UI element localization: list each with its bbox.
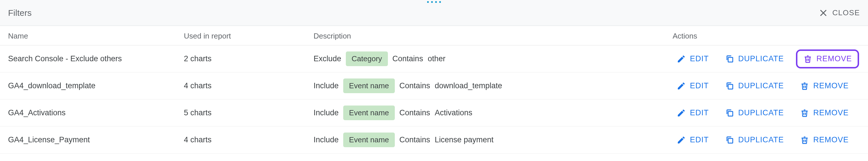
col-header-name: Name [8,32,184,41]
edit-label: EDIT [690,135,709,144]
filters-table: Name Used in report Description Actions … [0,26,868,154]
filter-used: 4 charts [184,81,314,90]
duplicate-label: DUPLICATE [738,54,784,63]
edit-label: EDIT [690,108,709,117]
filter-name: Search Console - Exclude others [8,54,184,63]
row-actions: EDIT DUPLICATE REMOVE [673,79,860,93]
filter-description: Include Event name Contains Activations [314,106,673,120]
pencil-icon [677,54,686,64]
col-header-desc: Description [314,32,673,41]
table-row: GA4_download_template 4 charts Include E… [0,73,868,99]
remove-button[interactable]: REMOVE [796,79,853,93]
dimension-chip: Category [346,51,388,66]
condition-label: Contains [399,81,430,90]
dimension-chip: Event name [343,79,395,93]
condition-label: Contains [399,108,430,117]
trash-icon [803,54,812,64]
condition-label: Contains [399,135,430,144]
remove-label: REMOVE [813,108,849,117]
trash-icon [800,135,809,145]
duplicate-button[interactable]: DUPLICATE [721,132,788,148]
row-actions: EDIT DUPLICATE REMOVE [673,49,860,69]
filter-used: 5 charts [184,108,314,117]
copy-icon [725,108,734,118]
value-label: other [428,54,445,63]
table-row: GA4_Activations 5 charts Include Event n… [0,99,868,126]
remove-label: REMOVE [813,135,849,144]
filter-description: Include Event name Contains download_tem… [314,79,673,93]
duplicate-button[interactable]: DUPLICATE [721,79,788,93]
close-label: CLOSE [832,8,860,17]
filter-description: Include Event name Contains License paym… [314,132,673,147]
edit-button[interactable]: EDIT [673,51,713,67]
close-icon [818,8,828,18]
pencil-icon [677,135,686,145]
filter-used: 4 charts [184,135,314,144]
dimension-chip: Event name [343,132,395,147]
filter-name: GA4_License_Payment [8,135,184,144]
panel-header: Filters CLOSE [0,0,868,26]
filter-description: Exclude Category Contains other [314,51,673,66]
row-actions: EDIT DUPLICATE REMOVE [673,132,860,148]
trash-icon [800,81,809,90]
close-button[interactable]: CLOSE [818,8,860,18]
value-label: download_template [435,81,502,90]
inc-exc-label: Include [314,135,339,144]
table-row: GA4_License_Payment 4 charts Include Eve… [0,126,868,154]
table-row: Search Console - Exclude others 2 charts… [0,45,868,73]
remove-label: REMOVE [816,54,852,63]
duplicate-label: DUPLICATE [738,135,784,144]
condition-label: Contains [393,54,423,63]
col-header-actions: Actions [673,32,860,41]
edit-button[interactable]: EDIT [673,132,713,148]
remove-button[interactable]: REMOVE [796,106,853,120]
duplicate-button[interactable]: DUPLICATE [721,51,788,67]
col-header-used: Used in report [184,32,314,41]
inc-exc-label: Include [314,81,339,90]
trash-icon [800,108,809,118]
dimension-chip: Event name [343,106,395,120]
copy-icon [725,54,734,64]
copy-icon [725,81,734,90]
filters-panel: Filters CLOSE Name Used in report Descri… [0,0,868,154]
duplicate-label: DUPLICATE [738,108,784,117]
remove-button[interactable]: REMOVE [796,49,859,69]
duplicate-label: DUPLICATE [738,81,784,90]
pencil-icon [677,81,686,90]
panel-title: Filters [8,8,32,18]
edit-label: EDIT [690,54,709,63]
filter-name: GA4_download_template [8,81,184,90]
inc-exc-label: Exclude [314,54,341,63]
edit-button[interactable]: EDIT [673,79,713,93]
value-label: License payment [435,135,493,144]
filter-used: 2 charts [184,54,314,63]
filter-name: GA4_Activations [8,108,184,117]
duplicate-button[interactable]: DUPLICATE [721,106,788,120]
remove-button[interactable]: REMOVE [796,132,853,148]
table-header: Name Used in report Description Actions [0,26,868,45]
drag-handle[interactable] [427,1,441,3]
pencil-icon [677,108,686,118]
edit-label: EDIT [690,81,709,90]
remove-label: REMOVE [813,81,849,90]
row-actions: EDIT DUPLICATE REMOVE [673,106,860,120]
value-label: Activations [435,108,472,117]
copy-icon [725,135,734,145]
inc-exc-label: Include [314,108,339,117]
edit-button[interactable]: EDIT [673,106,713,120]
